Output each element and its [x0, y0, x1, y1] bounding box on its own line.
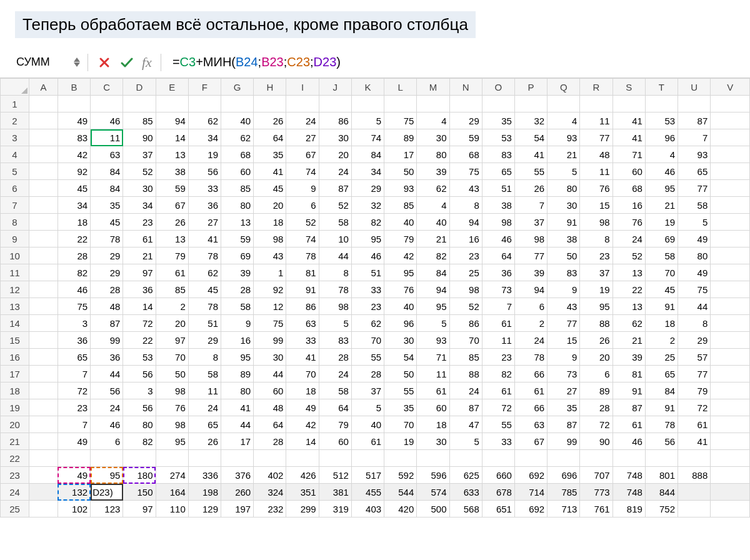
- cell-R2[interactable]: 11: [580, 112, 612, 129]
- cell-I18[interactable]: 18: [286, 382, 319, 399]
- cell-R11[interactable]: 37: [580, 264, 612, 281]
- row-header-5[interactable]: 5: [1, 163, 29, 180]
- cell-H20[interactable]: 64: [254, 416, 286, 433]
- cell-G17[interactable]: 89: [221, 366, 254, 382]
- cell-A9[interactable]: [29, 231, 58, 248]
- cell-I5[interactable]: 74: [286, 163, 319, 180]
- row-header-14[interactable]: 14: [1, 315, 29, 332]
- cell-J7[interactable]: 52: [319, 197, 351, 214]
- cell-B7[interactable]: 34: [58, 197, 90, 214]
- cell-A21[interactable]: [29, 433, 58, 450]
- cell-H6[interactable]: 45: [254, 180, 286, 197]
- cell-N2[interactable]: 29: [449, 112, 482, 129]
- cell-P13[interactable]: 6: [514, 298, 547, 315]
- cell-B3[interactable]: 83: [58, 129, 90, 146]
- name-box-stepper[interactable]: [74, 58, 80, 67]
- cell-R20[interactable]: 72: [580, 416, 612, 433]
- cell-L1[interactable]: [384, 96, 417, 112]
- cell-K8[interactable]: 82: [351, 214, 384, 231]
- cell-K11[interactable]: 51: [351, 264, 384, 281]
- cell-O17[interactable]: 82: [482, 366, 514, 382]
- cell-A20[interactable]: [29, 416, 58, 433]
- cell-S9[interactable]: 24: [612, 231, 645, 248]
- cell-S17[interactable]: 81: [612, 366, 645, 382]
- cell-S6[interactable]: 68: [612, 180, 645, 197]
- cell-Q23[interactable]: 696: [548, 467, 580, 484]
- cell-T11[interactable]: 70: [645, 264, 678, 281]
- cell-N10[interactable]: 23: [449, 248, 482, 264]
- cell-J9[interactable]: 10: [319, 231, 351, 248]
- cell-O2[interactable]: 35: [482, 112, 514, 129]
- cell-T8[interactable]: 19: [645, 214, 678, 231]
- cell-O8[interactable]: 98: [482, 214, 514, 231]
- cell-I13[interactable]: 86: [286, 298, 319, 315]
- cell-U3[interactable]: 7: [678, 129, 711, 146]
- cell-F7[interactable]: 36: [188, 197, 221, 214]
- cell-L14[interactable]: 96: [384, 315, 417, 332]
- cell-Q25[interactable]: 713: [548, 501, 580, 518]
- cell-O22[interactable]: [482, 450, 514, 467]
- cell-H10[interactable]: 43: [254, 248, 286, 264]
- cell-N13[interactable]: 52: [449, 298, 482, 315]
- cell-H5[interactable]: 41: [254, 163, 286, 180]
- cell-U13[interactable]: 44: [678, 298, 711, 315]
- cell-V9[interactable]: [711, 231, 750, 248]
- cell-Q24[interactable]: 785: [548, 484, 580, 501]
- cell-N5[interactable]: 75: [449, 163, 482, 180]
- cell-K21[interactable]: 61: [351, 433, 384, 450]
- cell-L11[interactable]: 95: [384, 264, 417, 281]
- cell-R9[interactable]: 8: [580, 231, 612, 248]
- cell-U21[interactable]: 41: [678, 433, 711, 450]
- cell-P17[interactable]: 66: [514, 366, 547, 382]
- cell-R7[interactable]: 15: [580, 197, 612, 214]
- cell-A3[interactable]: [29, 129, 58, 146]
- cell-M13[interactable]: 95: [417, 298, 449, 315]
- cell-S4[interactable]: 71: [612, 146, 645, 163]
- cell-D22[interactable]: [123, 450, 156, 467]
- cell-J24[interactable]: 381: [319, 484, 351, 501]
- cell-O13[interactable]: 7: [482, 298, 514, 315]
- cell-P16[interactable]: 78: [514, 349, 547, 366]
- cell-L23[interactable]: 592: [384, 467, 417, 484]
- cell-R24[interactable]: 773: [580, 484, 612, 501]
- cell-U7[interactable]: 58: [678, 197, 711, 214]
- cell-I10[interactable]: 78: [286, 248, 319, 264]
- cell-K18[interactable]: 37: [351, 382, 384, 399]
- cell-K10[interactable]: 46: [351, 248, 384, 264]
- cell-B24[interactable]: 132: [58, 484, 90, 501]
- cell-M9[interactable]: 21: [417, 231, 449, 248]
- cell-K19[interactable]: 5: [351, 399, 384, 416]
- col-header-M[interactable]: M: [417, 79, 449, 96]
- cell-P14[interactable]: 2: [514, 315, 547, 332]
- col-header-N[interactable]: N: [449, 79, 482, 96]
- cell-E24[interactable]: 164: [156, 484, 188, 501]
- cell-T14[interactable]: 18: [645, 315, 678, 332]
- cell-U23[interactable]: 888: [678, 467, 711, 484]
- row-header-22[interactable]: 22: [1, 450, 29, 467]
- cell-F4[interactable]: 19: [188, 146, 221, 163]
- cell-U18[interactable]: 79: [678, 382, 711, 399]
- cell-D11[interactable]: 97: [123, 264, 156, 281]
- cell-H13[interactable]: 12: [254, 298, 286, 315]
- cell-P20[interactable]: 63: [514, 416, 547, 433]
- cell-B4[interactable]: 42: [58, 146, 90, 163]
- cell-F5[interactable]: 56: [188, 163, 221, 180]
- cell-U9[interactable]: 49: [678, 231, 711, 248]
- cell-L2[interactable]: 75: [384, 112, 417, 129]
- cell-M5[interactable]: 39: [417, 163, 449, 180]
- cell-T19[interactable]: 91: [645, 399, 678, 416]
- row-header-15[interactable]: 15: [1, 332, 29, 349]
- cell-D10[interactable]: 21: [123, 248, 156, 264]
- cell-T18[interactable]: 84: [645, 382, 678, 399]
- cell-H16[interactable]: 30: [254, 349, 286, 366]
- cell-G12[interactable]: 28: [221, 281, 254, 298]
- col-header-H[interactable]: H: [254, 79, 286, 96]
- cell-C15[interactable]: 99: [91, 332, 123, 349]
- cell-L24[interactable]: 544: [384, 484, 417, 501]
- cell-I23[interactable]: 426: [286, 467, 319, 484]
- cell-M16[interactable]: 71: [417, 349, 449, 366]
- row-header-7[interactable]: 7: [1, 197, 29, 214]
- cell-Q1[interactable]: [548, 96, 580, 112]
- cell-S23[interactable]: 748: [612, 467, 645, 484]
- cell-F14[interactable]: 51: [188, 315, 221, 332]
